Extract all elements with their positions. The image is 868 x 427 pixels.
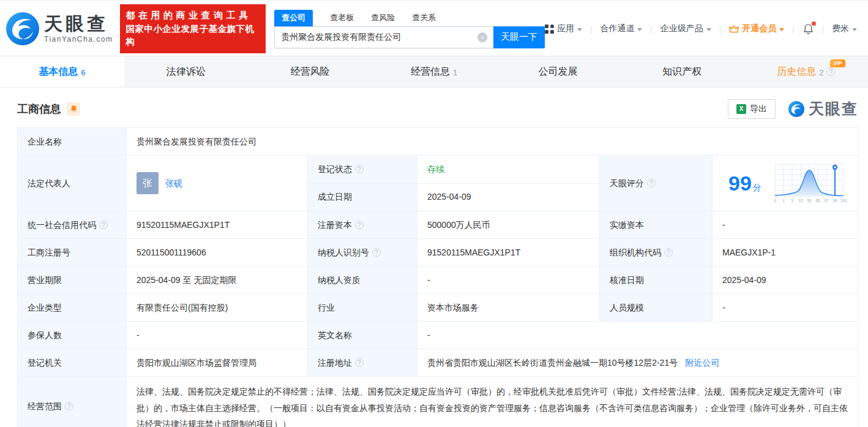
field-value-approved-date: 2025-04-09 bbox=[713, 266, 858, 293]
nav-partner[interactable]: 合作通道 bbox=[600, 23, 642, 34]
field-label-reg-no: 工商注册号 bbox=[18, 239, 126, 266]
chevron-down-icon bbox=[706, 28, 711, 31]
reg-status-label-text: 登记状态 bbox=[318, 163, 352, 176]
field-label-company-name: 企业名称 bbox=[18, 128, 126, 155]
nav-separator: | bbox=[719, 25, 721, 34]
tab-risk[interactable]: 经营风险 bbox=[248, 56, 372, 87]
chart-tick: 97 bbox=[824, 198, 829, 203]
business-scope-label-text: 经营范围 bbox=[28, 400, 62, 413]
reg-address-text: 贵州省贵阳市观山湖区长岭街道贵州金融城一期10号楼12层2-21号 bbox=[427, 357, 678, 369]
tab-ip-label: 知识产权 bbox=[662, 66, 702, 78]
tab-history-count: 2 bbox=[819, 68, 823, 77]
notification-bell-icon[interactable] bbox=[803, 23, 814, 35]
field-value-establish-date: 2025-04-09 bbox=[417, 184, 599, 211]
help-icon[interactable]: ? bbox=[65, 402, 73, 410]
tianyancha-logo-icon bbox=[5, 11, 40, 47]
score-unit: 分 bbox=[753, 183, 761, 192]
help-icon[interactable]: ? bbox=[355, 165, 364, 173]
field-label-credit-code: 统一社会信用代码 ? bbox=[18, 211, 126, 238]
field-value-industry: 资本市场服务 bbox=[417, 294, 599, 321]
search-tabs: 查公司 查老板 查风险 查关系 bbox=[274, 10, 545, 26]
field-label-paid-capital: 实缴资本 bbox=[600, 211, 712, 238]
search-input[interactable] bbox=[281, 32, 477, 42]
field-label-registry: 登记机关 bbox=[18, 349, 126, 376]
tab-operation-label: 经营信息 bbox=[411, 66, 450, 78]
help-icon[interactable]: ? bbox=[99, 221, 108, 229]
nav-user[interactable]: 费米 bbox=[832, 23, 857, 34]
field-value-business-scope: 法律、法规、国务院决定规定禁止的不得经营；法律、法规、国务院决定规定应当许可（审… bbox=[127, 377, 858, 427]
export-button[interactable]: X 导出 bbox=[728, 99, 776, 119]
nav-vip[interactable]: 开通会员 bbox=[729, 23, 784, 34]
field-label-taxpayer-no: 纳税人识别号 ? bbox=[308, 239, 417, 266]
tab-history[interactable]: VIP 历史信息 2 ? bbox=[744, 56, 868, 87]
chart-tick: 85 bbox=[815, 198, 820, 203]
score-number: 99 bbox=[728, 172, 752, 195]
field-value-credit-code: 91520115MAEGJX1P1T bbox=[127, 211, 307, 238]
watermark-logo: 天眼查 bbox=[788, 99, 858, 119]
legal-rep-avatar[interactable]: 张 bbox=[137, 172, 159, 194]
tab-ip[interactable]: 知识产权 bbox=[620, 56, 744, 87]
field-label-company-type: 企业类型 bbox=[18, 294, 126, 321]
search-row: × 天眼一下 bbox=[274, 26, 545, 48]
taxpayer-no-label-text: 纳税人识别号 bbox=[318, 246, 369, 259]
nav-separator: | bbox=[650, 25, 652, 34]
field-label-industry: 行业 bbox=[308, 294, 417, 321]
search-block: 查公司 查老板 查风险 查关系 × 天眼一下 bbox=[274, 10, 545, 48]
slogan-line2: 国家中小企业发展子基金旗下机构 bbox=[125, 23, 260, 50]
brand-name: 天眼查 bbox=[44, 15, 113, 33]
tyc-score-label-text: 天眼评分 bbox=[610, 177, 644, 190]
section-actions: X 导出 天眼查 bbox=[728, 99, 858, 119]
chevron-down-icon bbox=[577, 28, 582, 31]
watermark-text: 天眼查 bbox=[809, 99, 858, 119]
status-date-subgrid: 登记状态 ? 存续 成立日期 2025-04-09 bbox=[308, 156, 599, 211]
tab-development[interactable]: 公司发展 bbox=[496, 56, 620, 87]
nav-enterprise[interactable]: 企业级产品 bbox=[660, 23, 711, 34]
field-value-tyc-score: 99分 0 1 3 15 50 85 97 99 100 bbox=[713, 156, 858, 211]
tab-legal-label: 法律诉讼 bbox=[166, 66, 206, 78]
field-value-staff-size: - bbox=[713, 294, 858, 321]
field-label-reg-address: 注册地址 ? bbox=[308, 349, 417, 376]
help-icon[interactable]: ? bbox=[355, 358, 364, 367]
search-tab-company[interactable]: 查公司 bbox=[274, 10, 313, 26]
search-tab-boss[interactable]: 查老板 bbox=[330, 10, 354, 26]
tianyancha-logo[interactable]: 天眼查 TianYanCha.com bbox=[5, 11, 113, 47]
nearby-companies-link[interactable]: 附近公司 bbox=[685, 357, 719, 369]
field-label-tyc-score: 天眼评分 ? bbox=[600, 156, 712, 211]
tab-operation[interactable]: 经营信息 1 bbox=[372, 56, 496, 87]
tab-history-label: 历史信息 bbox=[777, 66, 816, 78]
field-value-registry: 贵阳市观山湖区市场监督管理局 bbox=[127, 349, 307, 376]
help-icon[interactable]: ? bbox=[826, 67, 835, 76]
tab-legal[interactable]: 法律诉讼 bbox=[124, 56, 249, 87]
chevron-down-icon bbox=[637, 28, 642, 31]
nav-apps-label: 应用 bbox=[557, 23, 574, 34]
reg-status-value: 存续 bbox=[427, 163, 444, 176]
field-label-approved-date: 核准日期 bbox=[600, 266, 712, 293]
nav-separator: | bbox=[590, 25, 592, 34]
tianyancha-page: 天眼查 TianYanCha.com 都在用的商业查询工具 国家中小企业发展子基… bbox=[0, 0, 868, 427]
notification-red-dot bbox=[812, 21, 816, 26]
tab-operation-count: 1 bbox=[453, 68, 457, 77]
subscribe-bell-icon[interactable] bbox=[67, 102, 80, 116]
search-tab-risk[interactable]: 查风险 bbox=[371, 10, 395, 26]
field-value-org-code: MAEGJX1P-1 bbox=[713, 239, 858, 266]
field-value-business-term: 2025-04-09 至 无固定期限 bbox=[127, 266, 307, 293]
help-icon[interactable]: ? bbox=[372, 248, 381, 257]
field-value-taxpayer-qualification: - bbox=[417, 266, 599, 293]
chart-tick: 50 bbox=[807, 198, 812, 203]
search-tab-relation[interactable]: 查关系 bbox=[412, 10, 436, 26]
chart-tick: 15 bbox=[798, 198, 803, 203]
nav-separator: | bbox=[822, 25, 824, 34]
help-icon[interactable]: ? bbox=[355, 221, 364, 229]
clear-icon[interactable]: × bbox=[477, 32, 487, 42]
reg-address-label-text: 注册地址 bbox=[318, 357, 352, 369]
legal-rep-name-link[interactable]: 张砚 bbox=[165, 177, 182, 190]
tab-basic-info[interactable]: 基本信息 6 bbox=[0, 56, 124, 87]
field-value-company-type: 有限责任公司(国有控股) bbox=[127, 294, 307, 321]
nav-apps[interactable]: 应用 bbox=[545, 23, 582, 34]
nav-partner-label: 合作通道 bbox=[600, 23, 634, 34]
field-label-org-code: 组织机构代码 ? bbox=[600, 239, 712, 266]
business-info-table: 企业名称 贵州聚合发展投资有限责任公司 法定代表人 张 张砚 登记状态 ? 存续… bbox=[17, 127, 858, 427]
help-icon[interactable]: ? bbox=[647, 179, 656, 187]
search-button[interactable]: 天眼一下 bbox=[493, 26, 545, 48]
help-icon[interactable]: ? bbox=[664, 248, 673, 257]
